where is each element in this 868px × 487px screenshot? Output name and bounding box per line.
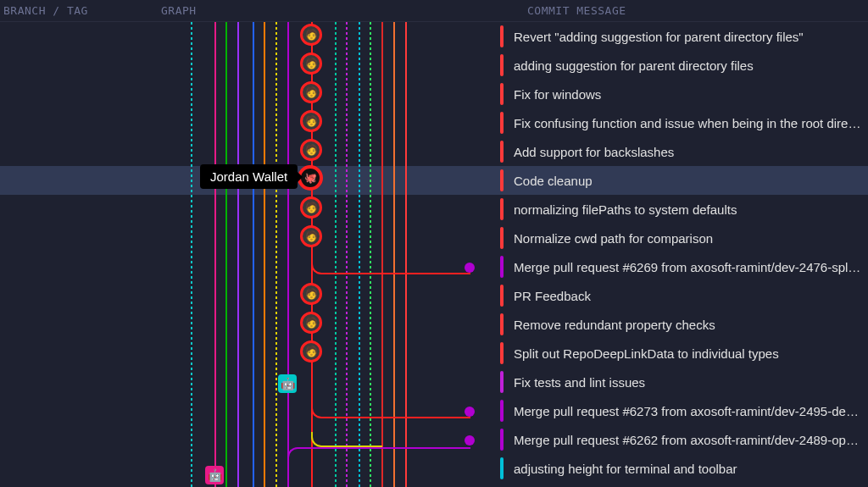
- commit-color-bar: [500, 141, 504, 163]
- commit-color-bar: [500, 198, 504, 220]
- commit-row[interactable]: Merge pull request #6269 from axosoft-ra…: [500, 252, 868, 281]
- commit-message: Revert "adding suggestion for parent dir…: [514, 30, 804, 44]
- commit-avatar[interactable]: 🧑: [300, 139, 322, 161]
- commit-color-bar: [500, 371, 504, 393]
- commit-message: Merge pull request #6262 from axosoft-ra…: [514, 433, 859, 447]
- commit-color-bar: [500, 457, 504, 479]
- commit-message: Remove redundant property checks: [514, 318, 715, 332]
- commit-color-bar: [500, 54, 504, 76]
- commit-graph[interactable]: 🧑 🧑 🧑 🧑 🧑 🐙 🧑 🧑 🧑 🧑 🧑 🤖 🤖 Jordan Wallet: [158, 22, 500, 487]
- commit-avatar[interactable]: 🧑: [300, 283, 322, 305]
- merge-node[interactable]: [465, 407, 475, 417]
- merge-node[interactable]: [465, 263, 475, 273]
- commit-message: Add support for backslashes: [514, 145, 674, 159]
- commit-row[interactable]: Merge pull request #6262 from axosoft-ra…: [500, 425, 868, 454]
- author-tooltip: Jordan Wallet: [200, 164, 298, 189]
- graph-edge: [311, 403, 470, 418]
- graph-lane: [253, 22, 254, 487]
- commit-color-bar: [500, 25, 504, 47]
- merge-node[interactable]: [465, 435, 475, 445]
- commit-avatar[interactable]: 🧑: [300, 24, 322, 46]
- commit-row[interactable]: Merge pull request #6273 from axosoft-ra…: [500, 396, 868, 425]
- commit-color-bar: [500, 313, 504, 335]
- commit-avatar[interactable]: 🧑: [300, 340, 322, 362]
- commit-color-bar: [500, 227, 504, 249]
- commit-message: Code cleanup: [514, 174, 593, 188]
- commit-avatar[interactable]: 🧑: [300, 110, 322, 132]
- commit-row[interactable]: Revert "adding suggestion for parent dir…: [500, 22, 868, 51]
- commit-row[interactable]: Remove redundant property checks: [500, 310, 868, 339]
- commit-row[interactable]: Normalize cwd path for comparison: [500, 224, 868, 252]
- commit-color-bar: [500, 400, 504, 422]
- graph-edge: [287, 447, 470, 462]
- commit-color-bar: [500, 256, 504, 278]
- commit-color-bar: [500, 342, 504, 364]
- commit-color-bar: [500, 83, 504, 105]
- commit-message: Merge pull request #6273 from axosoft-ra…: [514, 404, 859, 418]
- commit-message: Fix for windows: [514, 87, 601, 102]
- header-graph[interactable]: GRAPH: [158, 4, 500, 17]
- graph-edge: [311, 259, 470, 274]
- header-commit-msg[interactable]: COMMIT MESSAGE: [500, 4, 868, 17]
- bot-avatar[interactable]: 🤖: [278, 374, 297, 393]
- graph-lane: [264, 22, 265, 487]
- commit-message: adjusting height for terminal and toolba…: [514, 462, 737, 476]
- commit-row[interactable]: PR Feedback: [500, 281, 868, 310]
- commit-row[interactable]: Split out RepoDeepLinkData to individual…: [500, 339, 868, 368]
- commit-row[interactable]: adjusting height for terminal and toolba…: [500, 454, 868, 483]
- graph-lane: [225, 22, 227, 487]
- commit-color-bar: [500, 112, 504, 134]
- commit-message: Fix confusing function and issue when be…: [514, 116, 860, 130]
- graph-lane: [275, 22, 277, 487]
- graph-lane: [237, 22, 239, 487]
- commit-row[interactable]: Fix confusing function and issue when be…: [500, 108, 868, 137]
- commit-avatar[interactable]: 🧑: [300, 312, 322, 334]
- header-branch-tag[interactable]: BRANCH / TAG: [0, 4, 158, 17]
- commit-message: Merge pull request #6269 from axosoft-ra…: [514, 260, 860, 274]
- graph-lane: [214, 22, 216, 487]
- commit-row[interactable]: Add support for backslashes: [500, 137, 868, 166]
- commit-row[interactable]: Fix tests and lint issues: [500, 368, 868, 396]
- tooltip-text: Jordan Wallet: [210, 169, 287, 184]
- commit-row[interactable]: Code cleanup: [500, 166, 868, 195]
- commit-color-bar: [500, 169, 504, 191]
- commit-message: adding suggestion for parent directory f…: [514, 58, 754, 73]
- commit-avatar[interactable]: 🧑: [300, 225, 322, 247]
- graph-lane: [287, 22, 289, 487]
- commit-message: normalizing filePaths to system defaults: [514, 202, 737, 217]
- column-headers: BRANCH / TAG GRAPH COMMIT MESSAGE: [0, 0, 868, 22]
- commit-avatar[interactable]: 🧑: [300, 81, 322, 103]
- bot-avatar[interactable]: 🤖: [205, 466, 224, 484]
- commit-avatar[interactable]: 🧑: [300, 196, 322, 219]
- commit-color-bar: [500, 285, 504, 307]
- commit-message: Fix tests and lint issues: [514, 375, 645, 390]
- commit-row[interactable]: adding suggestion for parent directory f…: [500, 51, 868, 80]
- commit-color-bar: [500, 429, 504, 451]
- commit-list[interactable]: Revert "adding suggestion for parent dir…: [500, 22, 868, 483]
- commit-avatar[interactable]: 🧑: [300, 53, 322, 75]
- commit-message: Normalize cwd path for comparison: [514, 231, 713, 246]
- commit-row[interactable]: normalizing filePaths to system defaults: [500, 195, 868, 224]
- graph-lane: [191, 22, 192, 487]
- commit-message: Split out RepoDeepLinkData to individual…: [514, 346, 779, 361]
- commit-row[interactable]: Fix for windows: [500, 80, 868, 108]
- graph-edge: [311, 432, 382, 447]
- commit-message: PR Feedback: [514, 289, 591, 303]
